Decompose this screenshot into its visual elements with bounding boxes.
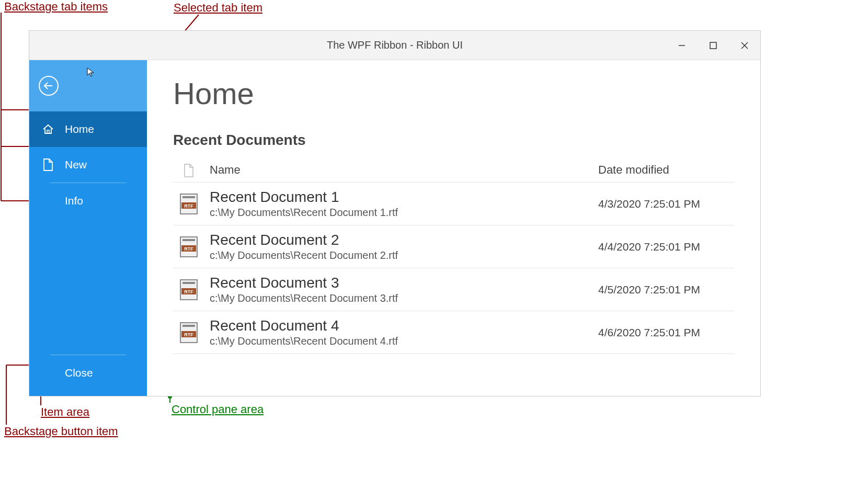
annotation-backstage-tab-items: Backstage tab items [4,0,108,14]
row-icon: RTF [173,322,204,344]
rtf-icon: RTF [179,193,198,215]
sidebar-item-close[interactable]: Close [29,355,147,391]
rtf-icon: RTF [179,279,198,301]
sidebar-item-label: Info [65,195,83,207]
doc-path: c:\My Documents\Recent Document 3.rtf [210,292,598,304]
sidebar-item-home[interactable]: Home [29,111,147,147]
doc-path: c:\My Documents\Recent Document 1.rtf [210,207,598,219]
doc-date: 4/6/2020 7:25:01 PM [598,326,734,339]
svg-text:RTF: RTF [184,289,193,294]
maximize-icon [710,42,717,49]
svg-rect-16 [710,42,716,49]
doc-path: c:\My Documents\Recent Document 2.rtf [210,249,598,262]
rtf-icon: RTF [179,322,198,344]
table-row[interactable]: RTF Recent Document 2 c:\My Documents\Re… [173,225,734,268]
svg-text:RTF: RTF [184,203,193,209]
header-name: Name [204,163,598,178]
minimize-button[interactable] [666,31,698,60]
annotation-selected-tab-item: Selected tab item [174,1,262,15]
doc-name: Recent Document 4 [210,317,598,334]
window-title: The WPF Ribbon - Ribbon UI [327,39,463,51]
table-row[interactable]: RTF Recent Document 3 c:\My Documents\Re… [173,268,734,311]
doc-name: Recent Document 1 [210,189,598,206]
sidebar-item-label: Close [65,367,93,379]
svg-text:RTF: RTF [184,332,193,337]
row-icon: RTF [173,236,204,258]
maximize-button[interactable] [698,31,729,60]
annotation-control-pane-area: Control pane area [172,403,264,416]
svg-rect-22 [182,196,195,198]
row-info: Recent Document 3 c:\My Documents\Recent… [204,275,598,304]
doc-name: Recent Document 2 [210,232,598,248]
doc-path: c:\My Documents\Recent Document 4.rtf [210,335,598,347]
header-date: Date modified [598,163,734,178]
svg-rect-30 [182,282,195,284]
close-button[interactable] [729,31,760,60]
rtf-icon: RTF [179,236,198,258]
cursor-icon [86,67,95,80]
back-button[interactable] [39,76,59,96]
sidebar-item-new[interactable]: New [29,147,147,183]
row-info: Recent Document 1 c:\My Documents\Recent… [204,189,598,219]
svg-rect-34 [182,325,195,327]
table-row[interactable]: RTF Recent Document 1 c:\My Documents\Re… [173,183,734,225]
window-controls [666,31,760,60]
home-icon [41,122,55,137]
backstage-sidebar: Home New Info Close [29,60,147,396]
header-icon-col [173,163,204,178]
row-info: Recent Document 4 c:\My Documents\Recent… [204,317,598,347]
sidebar-item-label: New [65,158,87,171]
content-pane: Home Recent Documents Name Date modified… [147,60,760,396]
doc-date: 4/4/2020 7:25:01 PM [598,241,734,253]
back-arrow-icon [43,80,54,92]
doc-name: Recent Document 3 [210,275,598,291]
file-icon [41,157,55,172]
recent-documents-table: Name Date modified RTF Recent Document 1… [173,159,734,354]
section-title: Recent Documents [173,132,734,149]
close-icon [741,42,748,49]
page-title: Home [173,76,734,111]
row-info: Recent Document 2 c:\My Documents\Recent… [204,232,598,262]
doc-date: 4/3/2020 7:25:01 PM [598,198,734,210]
table-row[interactable]: RTF Recent Document 4 c:\My Documents\Re… [173,311,734,354]
svg-text:RTF: RTF [184,246,193,252]
table-header: Name Date modified [173,159,734,183]
file-small-icon [183,163,195,178]
app-window: The WPF Ribbon - Ribbon UI [29,30,761,396]
row-icon: RTF [173,193,204,215]
annotation-item-area: Item area [41,405,89,419]
row-icon: RTF [173,279,204,301]
minimize-icon [678,42,686,49]
doc-date: 4/5/2020 7:25:01 PM [598,283,734,296]
sidebar-item-label: Home [65,123,94,135]
sidebar-item-info[interactable]: Info [29,183,147,219]
title-bar: The WPF Ribbon - Ribbon UI [29,31,760,60]
annotation-backstage-button-item: Backstage button item [4,425,118,438]
svg-rect-26 [182,239,195,241]
